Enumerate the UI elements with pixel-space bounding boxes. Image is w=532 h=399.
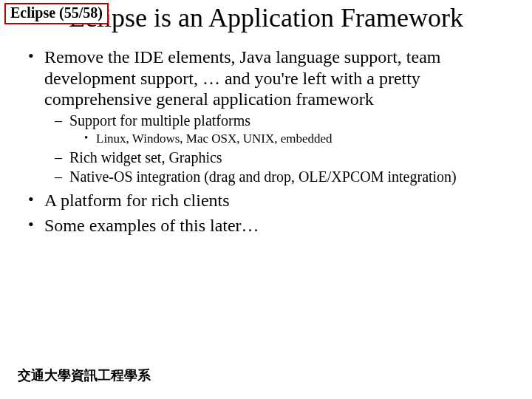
bullet-list-level1: Remove the IDE elements, Java language s… [25, 47, 507, 236]
bullet-list-level2: Support for multiple platforms Linux, Wi… [53, 112, 507, 185]
bullet-text: Support for multiple platforms [69, 112, 250, 129]
bullet-text: Remove the IDE elements, Java language s… [44, 47, 441, 109]
bullet-item: Rich widget set, Graphics [53, 149, 507, 167]
footer-text: 交通大學資訊工程學系 [18, 366, 151, 384]
bullet-text: Linux, Windows, Mac OSX, UNIX, embedded [96, 132, 332, 146]
bullet-item: Linux, Windows, Mac OSX, UNIX, embedded [84, 132, 507, 146]
bullet-text: Native-OS integration (drag and drop, OL… [69, 168, 457, 185]
slide-title: Eclipse is an Application Framework [44, 3, 488, 33]
slide-content: Remove the IDE elements, Java language s… [25, 47, 507, 236]
bullet-item: Some examples of this later… [25, 215, 507, 236]
bullet-item: Support for multiple platforms Linux, Wi… [53, 112, 507, 146]
bullet-text: Some examples of this later… [44, 216, 259, 235]
bullet-list-level3: Linux, Windows, Mac OSX, UNIX, embedded [84, 132, 507, 146]
bullet-item: Native-OS integration (drag and drop, OL… [53, 168, 507, 186]
bullet-text: Rich widget set, Graphics [69, 149, 222, 166]
bullet-text: A platform for rich clients [44, 191, 230, 210]
bullet-item: A platform for rich clients [25, 190, 507, 211]
bullet-item: Remove the IDE elements, Java language s… [25, 47, 507, 185]
slide-number-badge: Eclipse (55/58) [4, 3, 109, 24]
